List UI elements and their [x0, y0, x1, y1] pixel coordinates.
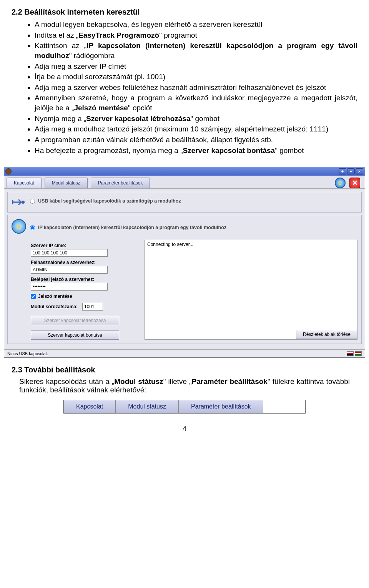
server-ip-input[interactable]: [31, 249, 108, 257]
tab-modul-statusz[interactable]: Modul státusz: [45, 178, 88, 188]
bullet-item: A programban ezután válnak elérhetővé a …: [35, 135, 357, 145]
internet-explorer-icon: e: [335, 178, 346, 188]
status-bar: Nincs USB kapcsolat.: [4, 349, 365, 357]
bullet-item: Nyomja meg a „Szerver kapcsolat létrehoz…: [35, 114, 357, 124]
close-panel-icon[interactable]: ✕: [349, 178, 360, 188]
page-number: 4: [0, 425, 369, 433]
window-titlebar: + − ×: [4, 167, 365, 176]
ip-radio-label: IP kapcsolaton (interneten) keresztül ka…: [38, 225, 226, 230]
username-label: Felhasználónév a szerverhez:: [31, 260, 138, 265]
usb-radio-label: USB kábel segítségével kapcsolódik a szá…: [38, 198, 181, 204]
password-input[interactable]: [31, 283, 108, 291]
bullet-item: Kattintson az „IP kapcsolaton (internete…: [35, 41, 357, 60]
save-password-label: Jelszó mentése: [38, 294, 72, 299]
clear-log-button[interactable]: Részletek ablak törlése: [296, 330, 357, 339]
ip-connection-group: e IP kapcsolaton (interneten) keresztül …: [7, 215, 362, 344]
flag-uk-icon[interactable]: [347, 351, 354, 356]
section-2-3-title: 2.3 További beállítások: [12, 365, 357, 374]
server-ip-label: Szerver IP címe:: [31, 243, 138, 248]
bullet-item: Írja be a modul sorozatszámát (pl. 1001): [35, 72, 357, 82]
save-password-checkbox[interactable]: [31, 294, 36, 299]
strip-tab-kapcsolat[interactable]: Kapcsolat: [64, 400, 116, 413]
window-minimize-button[interactable]: −: [347, 168, 355, 174]
strip-tab-modul-statusz[interactable]: Modul státusz: [116, 400, 179, 413]
log-output: Connecting to server...: [145, 240, 357, 340]
internet-explorer-icon: e: [12, 219, 26, 234]
bullet-item: A modul legyen bekapcsolva, és legyen el…: [35, 20, 357, 30]
tabs-strip-illustration: Kapcsolat Modul státusz Paraméter beállí…: [63, 400, 306, 414]
usb-icon: [12, 196, 26, 208]
main-tabs: Kapcsolat Modul státusz Paraméter beállí…: [4, 176, 365, 189]
serial-input[interactable]: [82, 303, 103, 311]
section-2-2-bullets: A modul legyen bekapcsolva, és legyen el…: [35, 20, 357, 155]
window-config-button[interactable]: +: [339, 168, 346, 174]
username-input[interactable]: [31, 266, 108, 274]
status-text: Nincs USB kapcsolat.: [7, 351, 48, 356]
window-close-button[interactable]: ×: [356, 168, 363, 174]
strip-tab-parameter-beallitasok[interactable]: Paraméter beállítások: [179, 400, 263, 413]
tab-kapcsolat[interactable]: Kapcsolat: [7, 178, 42, 188]
bullet-item: Amennyiben szeretné, hogy a program a kö…: [35, 93, 357, 113]
tab-parameter-beallitasok[interactable]: Paraméter beállítások: [91, 178, 150, 188]
server-connect-button[interactable]: Szerver kapcsolat létrehozása: [31, 316, 119, 325]
flag-hu-icon[interactable]: [355, 351, 362, 356]
app-icon: [5, 168, 12, 174]
bullet-item: Adja meg a szerver IP címét: [35, 61, 357, 71]
bullet-item: Ha befejezte a programozást, nyomja meg …: [35, 146, 357, 156]
svg-point-0: [22, 201, 25, 204]
serial-label: Modul sorozatszáma:: [31, 304, 78, 309]
bullet-item: Indítsa el az „EasyTrack Programozó" pro…: [35, 30, 357, 40]
section-2-3-text: Sikeres kapcsolódás után a „Modul státus…: [19, 377, 350, 394]
easytrack-programmer-window: + − × Kapcsolat Modul státusz Paraméter …: [4, 167, 365, 358]
bullet-item: Adja meg a modulhoz tartozó jelszót (max…: [35, 124, 357, 134]
password-label: Belépési jelszó a szerverhez:: [31, 277, 138, 282]
section-2-2-title: 2.2 Beállítások interneten keresztül: [12, 8, 357, 17]
usb-radio[interactable]: [30, 199, 35, 204]
ip-radio[interactable]: [30, 225, 35, 230]
bullet-item: Adja meg a szerver webes felületéhez has…: [35, 83, 357, 93]
usb-connection-group: USB kábel segítségével kapcsolódik a szá…: [7, 192, 362, 213]
server-disconnect-button[interactable]: Szerver kapcsolat bontása: [31, 331, 119, 340]
